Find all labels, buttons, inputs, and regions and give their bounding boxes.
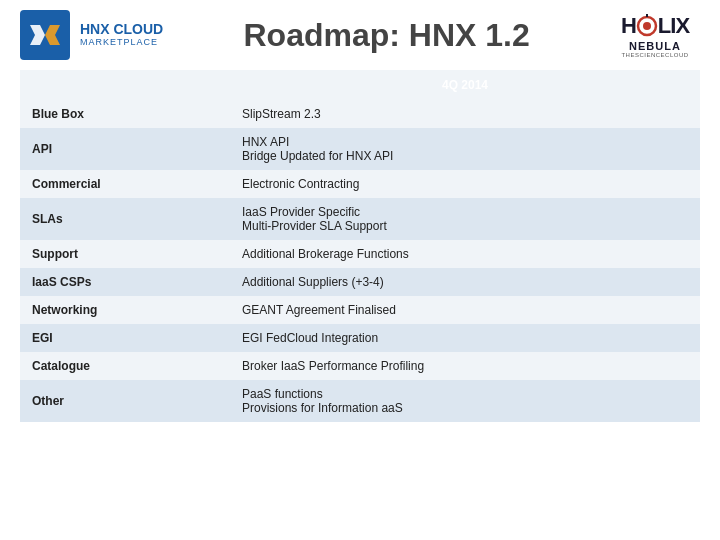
helix-logo-container: H LIX NEBULA THESCIENCECLOUD — [610, 10, 700, 60]
helix-nebula-text: NEBULA — [621, 40, 689, 52]
row-details: HNX APIBridge Updated for HNX API — [230, 128, 700, 170]
row-category: Blue Box — [20, 100, 230, 128]
table-row: CatalogueBroker IaaS Performance Profili… — [20, 352, 700, 380]
table-row: EGIEGI FedCloud Integration — [20, 324, 700, 352]
helix-sciencecloud: THESCIENCECLOUD — [621, 52, 689, 58]
row-details: EGI FedCloud Integration — [230, 324, 700, 352]
row-category: API — [20, 128, 230, 170]
helix-logo-icon — [636, 12, 658, 40]
row-category: Catalogue — [20, 352, 230, 380]
row-category: Networking — [20, 296, 230, 324]
row-details: PaaS functionsProvisions for Information… — [230, 380, 700, 422]
logo-hnx-cloud: HNX CLOUD — [80, 22, 163, 37]
roadmap-table-container: 4Q 2014 Blue BoxSlipStream 2.3APIHNX API… — [20, 70, 700, 422]
logo-marketplace: MARKETPLACE — [80, 38, 163, 48]
row-category: EGI — [20, 324, 230, 352]
table-row: IaaS CSPsAdditional Suppliers (+3-4) — [20, 268, 700, 296]
table-header-row: 4Q 2014 — [20, 70, 700, 100]
helix-h: H — [621, 13, 636, 39]
row-details: Electronic Contracting — [230, 170, 700, 198]
helix-lix: LIX — [658, 13, 689, 39]
row-details: Broker IaaS Performance Profiling — [230, 352, 700, 380]
page-header: HNX CLOUD MARKETPLACE Roadmap: HNX 1.2 H… — [0, 0, 720, 70]
row-details: SlipStream 2.3 — [230, 100, 700, 128]
row-details: Additional Suppliers (+3-4) — [230, 268, 700, 296]
header-spacer — [20, 70, 230, 100]
roadmap-table: 4Q 2014 Blue BoxSlipStream 2.3APIHNX API… — [20, 70, 700, 422]
logo-text: HNX CLOUD MARKETPLACE — [80, 22, 163, 47]
row-category: Other — [20, 380, 230, 422]
table-row: OtherPaaS functionsProvisions for Inform… — [20, 380, 700, 422]
table-row: CommercialElectronic Contracting — [20, 170, 700, 198]
row-details: Additional Brokerage Functions — [230, 240, 700, 268]
row-category: Commercial — [20, 170, 230, 198]
row-category: Support — [20, 240, 230, 268]
row-details: GEANT Agreement Finalised — [230, 296, 700, 324]
hnx-logo-icon — [20, 10, 70, 60]
table-row: NetworkingGEANT Agreement Finalised — [20, 296, 700, 324]
svg-point-4 — [643, 22, 651, 30]
table-row: APIHNX APIBridge Updated for HNX API — [20, 128, 700, 170]
quarter-header: 4Q 2014 — [230, 70, 700, 100]
table-row: Blue BoxSlipStream 2.3 — [20, 100, 700, 128]
table-row: SLAsIaaS Provider SpecificMulti-Provider… — [20, 198, 700, 240]
row-category: IaaS CSPs — [20, 268, 230, 296]
table-row: SupportAdditional Brokerage Functions — [20, 240, 700, 268]
page-title: Roadmap: HNX 1.2 — [163, 17, 610, 54]
row-category: SLAs — [20, 198, 230, 240]
row-details: IaaS Provider SpecificMulti-Provider SLA… — [230, 198, 700, 240]
logo-left: HNX CLOUD MARKETPLACE — [20, 10, 163, 60]
